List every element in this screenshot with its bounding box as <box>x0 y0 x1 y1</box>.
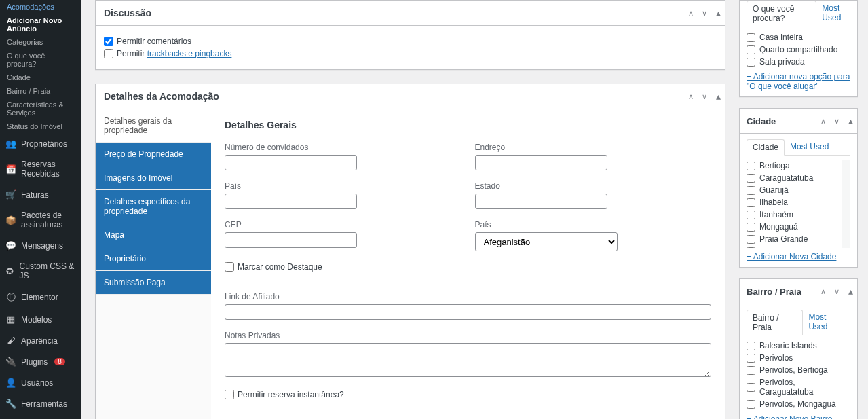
numero-convidados-input[interactable] <box>225 155 357 170</box>
permitir-reserva-checkbox[interactable] <box>225 390 234 399</box>
permitir-trackbacks-checkbox[interactable] <box>104 49 113 58</box>
cat-checkbox[interactable] <box>747 174 755 183</box>
move-up-icon[interactable]: ∧ <box>684 1 698 25</box>
admin-sidebar: Acomodações Adicionar Novo Anúncio Categ… <box>0 0 81 419</box>
tab-oque-mostused[interactable]: Most Used <box>816 1 857 26</box>
cat-item: Praia Grande <box>747 233 842 245</box>
cat-checkbox[interactable] <box>747 235 755 244</box>
link-afiliado-input[interactable] <box>225 304 711 320</box>
tab-detalhes-gerais[interactable]: Detalhes gerais da propriedade <box>96 109 211 143</box>
cat-checkbox[interactable] <box>747 366 755 375</box>
tab-proprietario[interactable]: Proprietário <box>96 247 211 271</box>
cat-item: Santos <box>747 245 842 248</box>
sidebar-item-mensagens[interactable]: 💬Mensagens <box>0 235 81 256</box>
oque-list: Casa inteira Quarto compartilhado Sala p… <box>747 31 850 68</box>
cat-item: Quarto compartilhado <box>747 43 850 56</box>
sidebar-item-ferramentas[interactable]: 🔧Ferramentas <box>0 393 81 414</box>
permitir-comentarios-checkbox[interactable] <box>104 37 113 46</box>
tab-especificos[interactable]: Detalhes específicos da propriedade <box>96 190 211 223</box>
sidebar-sub-status[interactable]: Status do Imóvel <box>0 120 81 133</box>
move-up-icon[interactable]: ∧ <box>684 84 698 109</box>
tab-cidade-mostused[interactable]: Most Used <box>785 139 834 155</box>
sidebar-sub-acomodacoes[interactable]: Acomodações <box>0 0 81 14</box>
toggle-icon[interactable]: ▴ <box>844 109 857 133</box>
cat-checkbox[interactable] <box>747 186 755 195</box>
sidebar-item-aparencia[interactable]: 🖌Aparência <box>0 330 81 351</box>
sidebar-sub-bairro[interactable]: Bairro / Praia <box>0 84 81 98</box>
toggle-icon[interactable]: ▴ <box>711 84 725 109</box>
sidebar-sub-caracteristicas[interactable]: Características & Serviços <box>0 98 81 120</box>
cat-checkbox[interactable] <box>747 400 755 409</box>
cat-item: Casa inteira <box>747 31 850 43</box>
cat-item: Mongaguá <box>747 221 842 233</box>
endereco-input[interactable] <box>475 155 607 170</box>
cat-checkbox[interactable] <box>747 383 755 392</box>
templates-icon: ▦ <box>5 314 16 325</box>
sidebar-item-customcss[interactable]: ✪Custom CSS & JS <box>0 256 81 286</box>
tab-imagens[interactable]: Imagens do Imóvel <box>96 166 211 190</box>
tab-preco[interactable]: Preço de Propriedade <box>96 143 211 166</box>
sidebar-item-faturas[interactable]: 🛒Faturas <box>0 184 81 205</box>
cat-checkbox[interactable] <box>747 33 755 42</box>
move-up-icon[interactable]: ∧ <box>816 279 830 304</box>
cat-checkbox[interactable] <box>747 247 755 249</box>
cat-checkbox[interactable] <box>747 162 755 170</box>
add-cidade-link[interactable]: + Adicionar Nova Cidade <box>747 252 850 261</box>
marcar-destaque-checkbox[interactable] <box>225 262 234 272</box>
sidebar-sub-categorias[interactable]: Categorias <box>0 35 81 49</box>
cat-item: Ilhabela <box>747 196 842 208</box>
cat-checkbox[interactable] <box>747 223 755 232</box>
move-up-icon[interactable]: ∧ <box>816 109 830 133</box>
tab-submissao[interactable]: Submissão Paga <box>96 271 211 295</box>
sidebar-item-wpbakery[interactable]: ◆WPBakery <box>0 414 81 419</box>
cat-item: Sala privada <box>747 56 850 68</box>
pais2-select[interactable]: Afeganistão <box>475 232 618 251</box>
cep-label: CEP <box>225 220 461 230</box>
sidebox-cidade: Cidade ∧ ∨ ▴ Cidade Most Used Bertioga C… <box>739 108 858 268</box>
notas-privadas-textarea[interactable] <box>225 343 711 377</box>
cat-checkbox[interactable] <box>747 58 755 67</box>
trackbacks-link[interactable]: trackbacks e pingbacks <box>147 49 232 58</box>
tab-cidade[interactable]: Cidade <box>747 139 785 156</box>
cat-checkbox[interactable] <box>747 211 755 219</box>
sidebar-item-elementor[interactable]: ⒺElementor <box>0 286 81 309</box>
tab-oque[interactable]: O que você procura? <box>747 1 816 26</box>
estado-input[interactable] <box>475 194 607 209</box>
sidebar-item-pacotes[interactable]: 📦Pacotes de assinaturas <box>0 205 81 235</box>
star-icon: ✪ <box>5 266 15 276</box>
tab-mapa[interactable]: Mapa <box>96 223 211 247</box>
sidebar-sub-oquevoce[interactable]: O que você procura? <box>0 49 81 71</box>
cat-checkbox[interactable] <box>747 342 755 350</box>
sidebar-item-usuarios[interactable]: 👤Usuários <box>0 372 81 393</box>
cidade-title: Cidade <box>747 109 776 133</box>
move-down-icon[interactable]: ∨ <box>698 84 711 109</box>
cat-item: Perivolos, Mongaguá <box>747 398 850 410</box>
move-down-icon[interactable]: ∨ <box>830 109 844 133</box>
sidebar-item-modelos[interactable]: ▦Modelos <box>0 309 81 330</box>
sidebar-item-proprietarios[interactable]: 👥Proprietários <box>0 133 81 154</box>
sidebar-sub-cidade[interactable]: Cidade <box>0 71 81 84</box>
cat-checkbox[interactable] <box>747 45 755 54</box>
main-content: Discussão ∧ ∨ ▴ Permitir comentários Per… <box>81 0 739 419</box>
move-down-icon[interactable]: ∨ <box>698 1 711 25</box>
users-icon: 👥 <box>5 139 16 149</box>
permitir-trackbacks-label: Permitir trackbacks e pingbacks <box>117 49 231 58</box>
pais-label: País <box>225 181 461 191</box>
bairro-list: Balearic Islands Perivolos Perivolos, Be… <box>747 340 850 410</box>
pais-input[interactable] <box>225 194 357 209</box>
tab-bairro[interactable]: Bairro / Praia <box>747 310 803 335</box>
toggle-icon[interactable]: ▴ <box>711 1 725 25</box>
postbox-detalhes: Detalhes da Acomodação ∧ ∨ ▴ Detalhes ge… <box>95 84 725 419</box>
cep-input[interactable] <box>225 232 357 248</box>
add-oque-link[interactable]: + Adicionar nova opção para "O que você … <box>747 72 850 91</box>
estado-label: Estado <box>475 181 712 191</box>
cat-checkbox[interactable] <box>747 198 755 207</box>
move-down-icon[interactable]: ∨ <box>830 279 844 304</box>
tab-bairro-mostused[interactable]: Most Used <box>803 310 850 335</box>
add-bairro-link[interactable]: + Adicionar Novo Bairro <box>747 414 850 419</box>
sidebar-sub-adicionar[interactable]: Adicionar Novo Anúncio <box>0 14 81 35</box>
sidebar-item-reservas[interactable]: 📅Reservas Recebidas <box>0 154 81 184</box>
toggle-icon[interactable]: ▴ <box>844 279 857 304</box>
cat-checkbox[interactable] <box>747 354 755 363</box>
sidebar-item-plugins[interactable]: 🔌Plugins8 <box>0 351 81 372</box>
